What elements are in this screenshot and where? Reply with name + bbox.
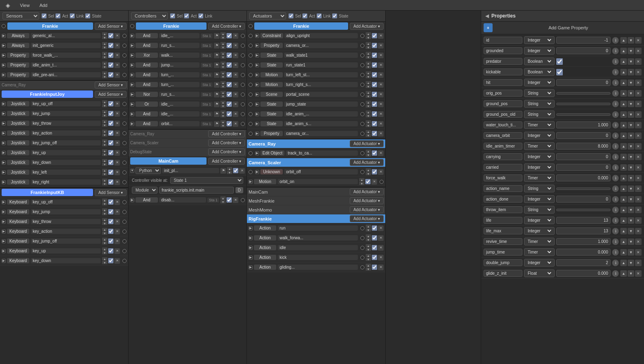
joy-dn-3[interactable]: ▼ — [102, 133, 107, 137]
act-name-3[interactable]: run_state1 — [284, 62, 358, 68]
act-del-10[interactable]: ✕ — [378, 131, 384, 137]
prop-up-btn-11[interactable]: ▲ — [620, 154, 627, 160]
ctrl-name-5[interactable]: turn_... — [159, 82, 200, 87]
act-name-4[interactable]: turn_left_st... — [284, 72, 358, 77]
joy-toggle-2[interactable]: ▶ — [2, 121, 6, 126]
prop-dn-btn-13[interactable]: ▼ — [628, 175, 634, 181]
prop-value-19[interactable]: 1.000 — [556, 238, 611, 245]
ctrl-disab-vis[interactable] — [227, 197, 232, 203]
prop-type-select-11[interactable]: Integer Boolean Integer Float String Tim… — [526, 154, 553, 159]
action-vis-0[interactable] — [372, 225, 377, 231]
prop-name-field-17[interactable]: life — [484, 217, 522, 224]
ctrl-toggle-5[interactable]: ▶ — [130, 83, 134, 87]
python-ctrl-vis[interactable] — [233, 168, 238, 173]
prop-dn-btn-4[interactable]: ▼ — [628, 79, 634, 86]
prop-value-11[interactable]: 0 — [556, 153, 611, 160]
act-del-9[interactable]: ✕ — [378, 121, 384, 127]
act-up-3[interactable]: ▲ — [366, 62, 371, 65]
prop-del-btn-10[interactable]: ✕ — [635, 143, 642, 150]
prop-value-21[interactable]: 2 — [556, 259, 611, 266]
prop-type-select-21[interactable]: Integer Boolean Integer Float String Tim… — [526, 260, 553, 265]
kb-up-3[interactable]: ▲ — [102, 228, 107, 231]
prop-type-select-16[interactable]: String Boolean Integer Float String Time… — [526, 207, 553, 212]
act-del-7[interactable]: ✕ — [378, 101, 384, 107]
unknown-dn[interactable]: ▼ — [366, 172, 371, 175]
joy-name-8[interactable]: key_right — [31, 179, 101, 185]
ctrl-name-0[interactable]: idle_... — [159, 33, 200, 38]
prop-up-btn-14[interactable]: ▲ — [620, 185, 627, 192]
main-cam-act-add[interactable]: Add Actuator ▾ — [350, 188, 384, 195]
prop-name-field-10[interactable]: idle_anim_timer — [484, 143, 522, 150]
kb-toggle-4[interactable]: ▶ — [2, 239, 6, 243]
action-up-2[interactable]: ▲ — [366, 244, 371, 247]
prop-dn-btn-6[interactable]: ▼ — [628, 101, 634, 107]
act-dn-1[interactable]: ▼ — [366, 46, 371, 49]
act-dn-9[interactable]: ▼ — [366, 124, 371, 127]
mesh-frankie-act-add[interactable]: Add Actuator ▾ — [350, 197, 384, 204]
prop-del-btn-7[interactable]: ✕ — [635, 111, 642, 118]
ctrl-sel-check[interactable] — [170, 13, 175, 18]
kb-del-5[interactable]: ✕ — [114, 248, 120, 254]
action-vis-4[interactable] — [372, 265, 377, 270]
act-dn-7[interactable]: ▼ — [366, 104, 371, 108]
prop-name-field-9[interactable]: camera_orbit — [484, 132, 522, 139]
ctrl-up-0[interactable]: ▲ — [220, 32, 226, 35]
joy-vis-3[interactable] — [108, 130, 113, 136]
prop-del-btn-20[interactable]: ✕ — [635, 249, 642, 256]
prop-name-field-13[interactable]: force_walk — [484, 174, 522, 181]
joy-dn-0[interactable]: ▼ — [102, 104, 107, 107]
ctrl-del-7[interactable]: ✕ — [233, 101, 238, 107]
action-toggle-1[interactable]: ▶ — [249, 236, 253, 240]
joy-dn-2[interactable]: ▼ — [102, 124, 107, 127]
act-toggle-0[interactable]: ▶ — [255, 34, 259, 38]
edit-obj-name[interactable]: track_to_ca... — [286, 150, 358, 156]
act-dn-5[interactable]: ▼ — [366, 85, 371, 88]
motion-orbit-up[interactable]: ▲ — [359, 178, 364, 181]
motion-orbit-toggle[interactable]: ▶ — [249, 180, 253, 184]
kb-name-2[interactable]: key_throw — [31, 219, 101, 224]
prop-del-btn-18[interactable]: ✕ — [635, 228, 642, 234]
prop-value-14[interactable] — [556, 188, 611, 190]
action-del-0[interactable]: ✕ — [378, 225, 384, 231]
prop-name-field-12[interactable]: carried — [484, 164, 522, 171]
prop-up-btn-8[interactable]: ▲ — [620, 122, 627, 128]
ctrl-vis-1[interactable] — [227, 43, 232, 48]
sensor-toggle-prop3[interactable]: ▶ — [2, 73, 6, 77]
rig-frankie-act-add[interactable]: Add Actuator ▾ — [350, 215, 384, 222]
prop-value-4[interactable]: 0 — [556, 79, 611, 86]
prop-up-btn-3[interactable]: ▲ — [620, 69, 627, 75]
prop-type-select-0[interactable]: Integer Boolean Integer Float String Tim… — [526, 38, 553, 43]
ctrl-disab-del[interactable]: ✕ — [233, 197, 238, 203]
sensors-link-check[interactable] — [70, 13, 75, 18]
kb-dn-2[interactable]: ▼ — [102, 222, 107, 225]
prop-type-select-14[interactable]: String Boolean Integer Float String Time… — [526, 186, 553, 191]
python-ctrl-up[interactable]: ▲ — [227, 167, 232, 170]
sensor-updown-prop2[interactable]: ▲ ▼ — [102, 62, 107, 68]
prop-name-field-22[interactable]: glide_z_init — [484, 270, 522, 277]
kb-del-6[interactable]: ✕ — [114, 258, 120, 264]
prop-type-select-5[interactable]: String Boolean Integer Float String Time… — [526, 90, 553, 96]
prop-name-field-11[interactable]: carrying — [484, 153, 522, 160]
act-vis-5[interactable] — [372, 82, 377, 87]
ctrl-vis-8[interactable] — [227, 111, 232, 117]
kb-dn-4[interactable]: ▼ — [102, 241, 107, 245]
act-vis-4[interactable] — [372, 72, 377, 77]
prop-value-16[interactable] — [556, 209, 611, 211]
kb-up-0[interactable]: ▲ — [102, 199, 107, 202]
joy-up-2[interactable]: ▲ — [102, 120, 107, 123]
actuators-type-select[interactable]: Actuators — [249, 12, 286, 20]
act-toggle-3[interactable]: ▶ — [255, 63, 259, 67]
python-lang-select[interactable]: Python — [135, 167, 161, 174]
ctrl-up-5[interactable]: ▲ — [220, 81, 226, 84]
kb-vis-6[interactable] — [108, 258, 113, 263]
kb-name-6[interactable]: key_down — [31, 258, 101, 263]
act-vis-9[interactable] — [372, 121, 377, 126]
joy-toggle-1[interactable]: ▶ — [2, 112, 6, 116]
sensor-toggle-always1[interactable]: ▶ — [2, 34, 6, 38]
action-dn-3[interactable]: ▼ — [366, 258, 371, 261]
joy-up-0[interactable]: ▲ — [102, 100, 107, 104]
prop-info-btn-21[interactable]: ℹ — [612, 260, 619, 266]
act-del-1[interactable]: ✕ — [378, 43, 384, 49]
prop-del-btn-8[interactable]: ✕ — [635, 122, 642, 128]
sensor-vis-prop3[interactable] — [108, 72, 113, 77]
